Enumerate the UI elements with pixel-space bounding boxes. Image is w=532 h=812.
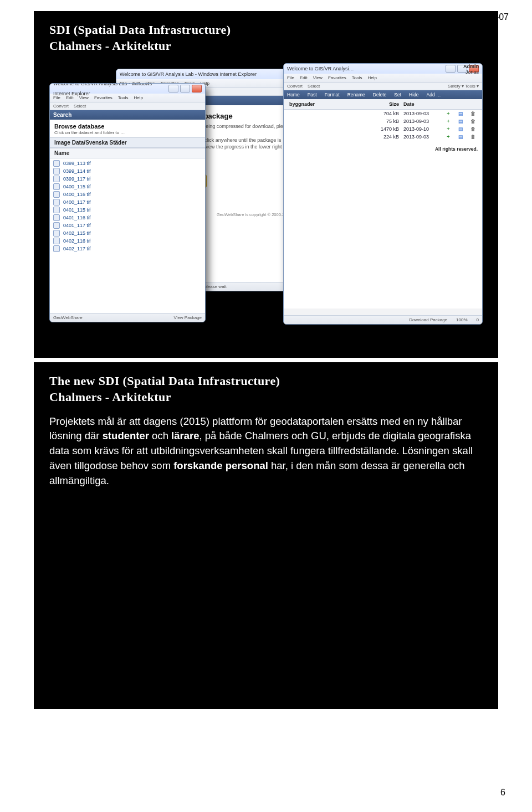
page-number: 6: [500, 788, 505, 798]
menu-view[interactable]: View: [313, 75, 323, 80]
menu-favorites[interactable]: Favorites: [94, 95, 112, 100]
file-icon: [53, 230, 60, 237]
add-icon[interactable]: +: [442, 118, 454, 125]
doc-icon[interactable]: ▤: [454, 110, 467, 117]
table-row[interactable]: 224 kB 2013-09-03 + ▤ 🗑: [284, 133, 482, 141]
download-package-button[interactable]: Download Package: [409, 317, 447, 322]
column-name-header: Name: [50, 148, 205, 158]
user-badge: Admin Jonas: [463, 64, 479, 75]
view-package-button[interactable]: View Package: [173, 315, 202, 320]
add-icon[interactable]: +: [442, 133, 454, 140]
file-icon: [53, 160, 60, 167]
select-button[interactable]: Select: [74, 104, 86, 109]
list-item[interactable]: 0401_117 tif: [53, 222, 202, 229]
ie-window-title: Welcome to GIS/VR Analysis Lab - Windows…: [120, 69, 257, 79]
list-item[interactable]: 0401_115 tif: [53, 206, 202, 214]
menu-file[interactable]: File: [53, 95, 60, 100]
menu-tools[interactable]: Tools: [118, 95, 129, 100]
file-icon: [53, 199, 60, 205]
trash-icon[interactable]: 🗑: [467, 133, 479, 140]
list-item[interactable]: 0400_115 tif: [53, 183, 202, 191]
file-icon: [53, 168, 60, 174]
strip-set[interactable]: Set: [394, 92, 401, 97]
convert-button[interactable]: Convert: [287, 84, 303, 89]
file-icon: [53, 176, 60, 182]
menu-help[interactable]: Help: [134, 95, 142, 100]
file-icon: [53, 238, 60, 244]
menu-tools[interactable]: Tools: [352, 75, 362, 80]
add-icon[interactable]: +: [442, 110, 454, 117]
ie-toolbar2: Convert Select Safety ▾ Tools ▾: [284, 83, 482, 90]
safety-tools[interactable]: Safety ▾ Tools ▾: [448, 84, 479, 89]
doc-icon[interactable]: ▤: [454, 126, 467, 132]
file-list: 0399_113 tif 0399_114 tif 0399_117 tif 0…: [50, 158, 205, 253]
doc-icon[interactable]: ▤: [454, 133, 467, 140]
browse-window: Welcome to GIS/VR Analysis Lab - Windows…: [49, 83, 206, 322]
screenshot-area: Welcome to GIS/VR Analysis Lab - Windows…: [49, 63, 483, 340]
slide-2: The new SDI (Spatial Data Infrastructure…: [34, 362, 498, 709]
menu-file[interactable]: File: [287, 75, 294, 80]
footer-geowebshare: GeoWebShare: [53, 315, 83, 320]
trash-icon[interactable]: 🗑: [467, 118, 479, 125]
list-item[interactable]: 0399_114 tif: [53, 167, 202, 175]
ie-toolbar2: Convert Select: [50, 102, 205, 110]
list-item[interactable]: 0400_116 tif: [53, 191, 202, 198]
slide-1: SDI (Spatial Data Infrastructure) Chalme…: [34, 11, 498, 358]
tab-title[interactable]: Welcome to GIS/VR Analysi…: [287, 64, 354, 74]
col-size: Size: [369, 101, 401, 107]
minimize-icon[interactable]: [168, 85, 178, 92]
package-window: Welcome to GIS/VR Analysi… File Edit Vie…: [283, 63, 483, 325]
table-header: byggnader Size Date: [284, 99, 482, 110]
menu-help[interactable]: Help: [367, 75, 376, 80]
slide1-subtitle: Chalmers - Arkitektur: [49, 39, 483, 53]
ie-menubar: File Edit View Favorites Tools Help: [50, 94, 205, 102]
strip-home[interactable]: Home: [287, 92, 300, 97]
trash-icon[interactable]: 🗑: [467, 126, 479, 132]
add-icon[interactable]: +: [442, 126, 454, 132]
strip-format[interactable]: Format: [325, 92, 340, 97]
file-icon: [53, 207, 60, 213]
list-item[interactable]: 0399_117 tif: [53, 175, 202, 183]
table-row[interactable]: 75 kB 2013-09-03 + ▤ 🗑: [284, 117, 482, 125]
rights-text: All rights reserved.: [284, 141, 482, 153]
menu-favorites[interactable]: Favorites: [328, 75, 346, 80]
menu-edit[interactable]: Edit: [300, 75, 308, 80]
table-row[interactable]: 1470 kB 2013-09-10 + ▤ 🗑: [284, 125, 482, 133]
close-icon[interactable]: [192, 85, 202, 92]
slide2-title: The new SDI (Spatial Data Infrastructure…: [49, 373, 483, 389]
strip-delete[interactable]: Delete: [373, 92, 387, 97]
minimize-icon[interactable]: [446, 65, 456, 73]
strip-rename[interactable]: Rename: [347, 92, 365, 97]
strip-hide[interactable]: Hide: [409, 92, 418, 97]
count-badge: 0: [477, 317, 479, 322]
list-item[interactable]: 0402_117 tif: [53, 245, 202, 253]
table-row[interactable]: 704 kB 2013-09-03 + ▤ 🗑: [284, 110, 482, 117]
menu-view[interactable]: View: [79, 95, 89, 100]
list-item[interactable]: 0400_117 tif: [53, 198, 202, 206]
browse-heading: Browse database: [50, 120, 205, 130]
file-icon: [53, 222, 60, 229]
list-item[interactable]: 0401_116 tif: [53, 214, 202, 222]
category-heading: Image Data/Svenska Städer: [50, 137, 205, 148]
list-item[interactable]: 0402_116 tif: [53, 237, 202, 245]
category-cell: byggnader: [287, 101, 336, 107]
trash-icon[interactable]: 🗑: [467, 110, 479, 117]
file-icon: [53, 245, 60, 252]
select-button[interactable]: Select: [308, 84, 320, 89]
slide2-subtitle: Chalmers - Arkitektur: [49, 390, 483, 404]
action-strip: Home Past Format Rename Delete Set Hide …: [284, 90, 482, 99]
maximize-icon[interactable]: [180, 85, 190, 92]
zoom-level[interactable]: 100%: [456, 317, 467, 322]
file-icon: [53, 191, 60, 198]
search-strip: Search: [50, 110, 205, 120]
file-icon: [53, 214, 60, 221]
strip-past[interactable]: Past: [308, 92, 317, 97]
list-item[interactable]: 0402_115 tif: [53, 229, 202, 237]
convert-button[interactable]: Convert: [53, 104, 69, 109]
strip-add[interactable]: Add …: [427, 92, 441, 97]
list-item[interactable]: 0399_113 tif: [53, 160, 202, 167]
menu-edit[interactable]: Edit: [66, 95, 74, 100]
col-date: Date: [401, 101, 442, 107]
doc-icon[interactable]: ▤: [454, 118, 467, 125]
ie-menubar: File Edit View Favorites Tools Help: [284, 74, 482, 83]
